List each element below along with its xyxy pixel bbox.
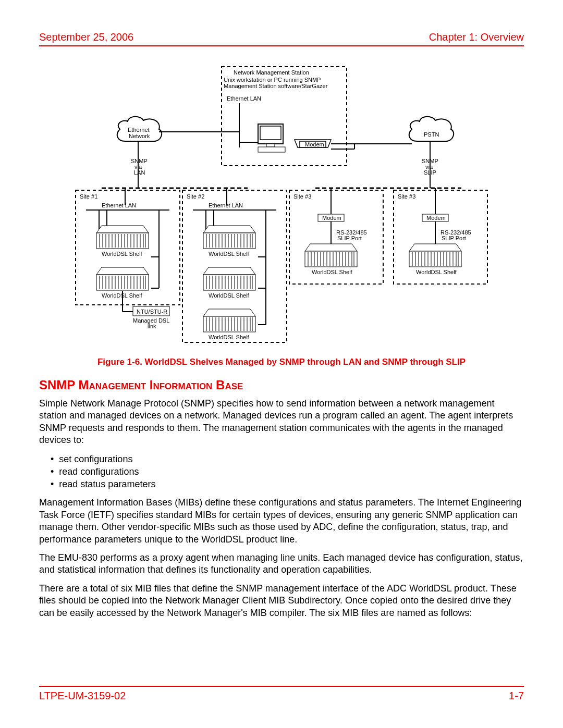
site3l-modem: Modem: [322, 215, 341, 221]
paragraph-2: Management Information Bases (MIBs) defi…: [39, 497, 524, 546]
svg-rect-107: [203, 316, 255, 332]
snmp-left-lan: LAN: [134, 169, 145, 176]
figure-caption: Figure 1-6. WorldDSL Shelves Managed by …: [39, 357, 524, 367]
site2-ethernet-lan: Ethernet LAN: [209, 202, 243, 208]
footer-pagenum: 1-7: [509, 690, 524, 702]
svg-rect-3: [266, 144, 275, 147]
page-header: September 25, 2006 Chapter 1: Overview: [39, 31, 524, 46]
site3r-shelf: WorldDSL Shelf: [416, 269, 457, 275]
network-diagram: Network Management Station Unix workstat…: [70, 59, 493, 351]
site2-shelf3: WorldDSL Shelf: [209, 334, 249, 340]
section-heading: SNMP Management Information Base: [39, 378, 524, 392]
svg-rect-90: [203, 275, 255, 290]
paragraph-1: Simple Network Manage Protocol (SNMP) sp…: [39, 398, 524, 447]
site1-shelf1: WorldDSL Shelf: [102, 251, 142, 257]
paragraph-4: There are a total of six MIB files that …: [39, 583, 524, 619]
footer-docnum: LTPE-UM-3159-02: [39, 690, 126, 702]
nms-title: Network Management Station: [234, 69, 309, 76]
snmp-right-slip: SLIP: [424, 169, 436, 176]
site2-label: Site #2: [187, 193, 204, 200]
site3l-shelf: WorldDSL Shelf: [312, 269, 352, 275]
nms-ethernet-lan: Ethernet LAN: [227, 95, 261, 102]
bullet-3: read status parameters: [51, 478, 524, 490]
page-footer: LTPE-UM-3159-02 1-7: [39, 686, 524, 702]
nms-sub2: Management Station software/StarGazer: [224, 83, 327, 89]
bullet-list: set configurations read configurations r…: [39, 453, 524, 491]
bullet-1: set configurations: [51, 453, 524, 465]
svg-rect-147: [409, 251, 461, 267]
ethernet-cloud-l1: Ethernet: [128, 127, 150, 133]
diagram-container: Network Management Station Unix workstat…: [39, 59, 524, 351]
site3-label: Site #3: [293, 193, 311, 200]
svg-rect-2: [260, 126, 281, 140]
pstn-cloud: PSTN: [424, 131, 439, 138]
paragraph-3: The EMU-830 performs as a proxy agent wh…: [39, 552, 524, 576]
managed-link: link: [148, 323, 156, 329]
site4-label: Site #3: [398, 193, 415, 200]
header-chapter: Chapter 1: Overview: [429, 31, 524, 43]
svg-rect-127: [305, 251, 357, 267]
nms-sub1: Unix workstation or PC running SNMP: [224, 77, 321, 83]
ntu-label: NTU/STU-R: [137, 309, 167, 315]
svg-rect-45: [96, 275, 149, 290]
site1-ethernet-lan: Ethernet LAN: [102, 202, 136, 208]
bullet-2: read configurations: [51, 465, 524, 478]
site3l-slipport: SLIP Port: [337, 235, 362, 241]
header-date: September 25, 2006: [39, 31, 133, 43]
modem-nms: Modem: [305, 141, 324, 147]
svg-rect-28: [96, 233, 149, 249]
site2-shelf1: WorldDSL Shelf: [209, 251, 249, 257]
site1-label: Site #1: [80, 193, 97, 200]
site3r-slipport: SLIP Port: [442, 235, 466, 241]
site2-shelf2: WorldDSL Shelf: [209, 292, 249, 299]
ethernet-cloud-l2: Network: [129, 133, 150, 139]
svg-rect-4: [258, 147, 285, 152]
svg-rect-73: [203, 233, 255, 249]
site3r-modem: Modem: [426, 215, 446, 221]
site1-shelf2: WorldDSL Shelf: [102, 292, 142, 299]
